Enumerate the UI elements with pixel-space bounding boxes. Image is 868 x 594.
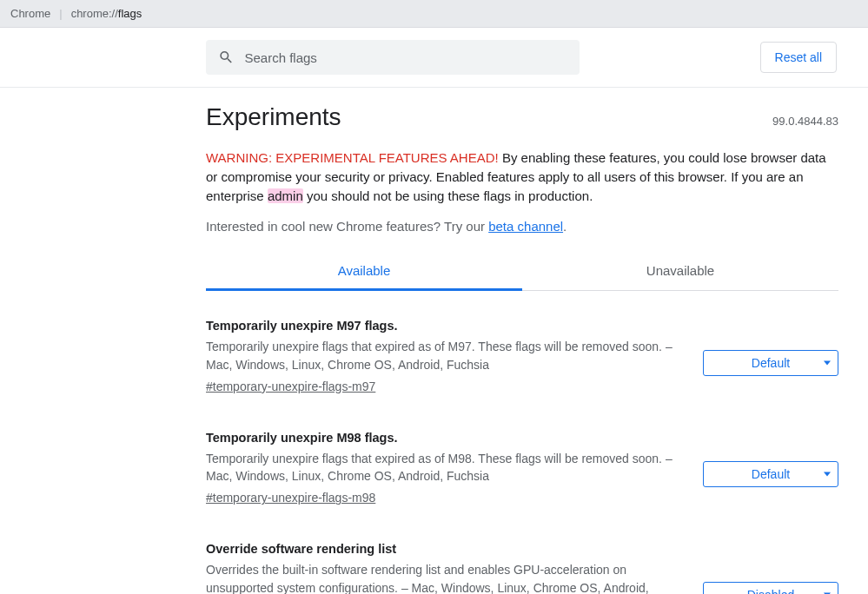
- flag-select[interactable]: Disabled: [703, 582, 838, 594]
- flag-text: Temporarily unexpire M98 flags.Temporari…: [206, 431, 686, 506]
- flag-text: Temporarily unexpire M97 flags.Temporari…: [206, 319, 686, 394]
- tab-available[interactable]: Available: [206, 253, 522, 291]
- flags-list: Temporarily unexpire M97 flags.Temporari…: [206, 319, 838, 594]
- beta-suffix: .: [563, 219, 567, 234]
- flag-select[interactable]: Default: [703, 350, 838, 376]
- chevron-down-icon: [824, 472, 831, 477]
- flag-description: Temporarily unexpire flags that expired …: [206, 338, 686, 373]
- flag-select-value: Default: [752, 356, 790, 370]
- tabs: Available Unavailable: [206, 253, 838, 291]
- flag-item: Temporarily unexpire M97 flags.Temporari…: [206, 319, 838, 394]
- chevron-down-icon: [824, 360, 831, 365]
- beta-prefix: Interested in cool new Chrome features? …: [206, 219, 488, 234]
- beta-line: Interested in cool new Chrome features? …: [206, 219, 838, 234]
- flag-item: Override software rendering listOverride…: [206, 542, 838, 594]
- search-icon: [218, 49, 234, 66]
- reset-all-button[interactable]: Reset all: [760, 42, 837, 73]
- flag-title: Temporarily unexpire M97 flags.: [206, 319, 686, 333]
- separator: |: [59, 7, 62, 20]
- flag-title: Override software rendering list: [206, 542, 686, 556]
- flag-description: Temporarily unexpire flags that expired …: [206, 450, 686, 485]
- tab-unavailable[interactable]: Unavailable: [522, 253, 838, 290]
- url-display: chrome://flags: [71, 7, 142, 20]
- browser-app-name: Chrome: [10, 7, 50, 20]
- flag-select-value: Disabled: [747, 588, 794, 594]
- title-row: Experiments 99.0.4844.83: [206, 103, 838, 131]
- toolbar-row: Reset all: [0, 28, 868, 88]
- flag-anchor-link[interactable]: #temporary-unexpire-flags-m98: [206, 491, 375, 505]
- version-label: 99.0.4844.83: [772, 115, 838, 128]
- flag-anchor-link[interactable]: #temporary-unexpire-flags-m97: [206, 380, 375, 393]
- flag-text: Override software rendering listOverride…: [206, 542, 686, 594]
- url-scheme: chrome://: [71, 7, 118, 20]
- url-path: flags: [118, 7, 142, 20]
- browser-chrome-bar: Chrome | chrome://flags: [0, 0, 868, 28]
- flag-title: Temporarily unexpire M98 flags.: [206, 431, 686, 445]
- beta-channel-link[interactable]: beta channel: [488, 219, 563, 234]
- search-box[interactable]: [206, 40, 580, 75]
- search-input[interactable]: [244, 50, 567, 65]
- flag-select-wrap: Disabled: [703, 542, 838, 594]
- flag-item: Temporarily unexpire M98 flags.Temporari…: [206, 431, 838, 506]
- flag-description: Overrides the built-in software renderin…: [206, 561, 686, 594]
- flag-select-wrap: Default: [703, 319, 838, 394]
- warning-label: WARNING: EXPERIMENTAL FEATURES AHEAD!: [206, 150, 499, 165]
- warning-text: WARNING: EXPERIMENTAL FEATURES AHEAD! By…: [206, 148, 838, 205]
- page-title: Experiments: [206, 103, 341, 131]
- highlight-admin: admin: [268, 188, 303, 203]
- flag-select[interactable]: Default: [703, 461, 838, 487]
- flag-select-value: Default: [752, 467, 790, 481]
- flag-select-wrap: Default: [703, 431, 838, 506]
- main-content: Experiments 99.0.4844.83 WARNING: EXPERI…: [206, 88, 838, 594]
- warning-body-2: you should not be using these flags in p…: [303, 188, 593, 203]
